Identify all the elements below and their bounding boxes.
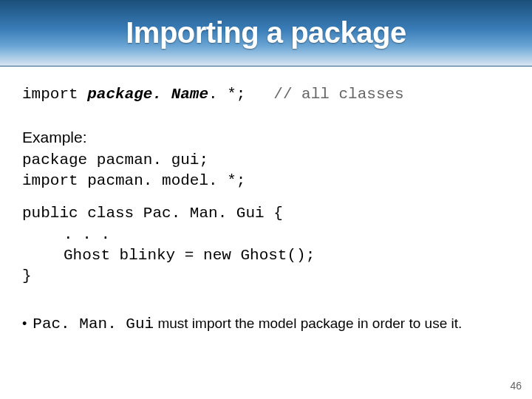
note-code-ref: Pac. Man. Gui — [33, 316, 154, 332]
import-keyword: import — [22, 86, 87, 103]
example-label: Example: — [22, 127, 510, 148]
code-line-5: Ghost blinky = new Ghost(); — [22, 245, 510, 266]
note-text: Pac. Man. Gui must import the model pack… — [33, 314, 462, 335]
wildcard-suffix: . *; — [208, 86, 245, 103]
code-line-3: public class Pac. Man. Gui { — [22, 203, 510, 224]
note-line: • Pac. Man. Gui must import the model pa… — [22, 314, 510, 335]
syntax-line: import package. Name. *; // all classes — [22, 84, 510, 105]
code-example-header: package pacman. gui; import pacman. mode… — [22, 150, 510, 192]
slide-content: import package. Name. *; // all classes … — [0, 66, 532, 335]
slide: Importing a package import package. Name… — [0, 0, 532, 399]
slide-number: 46 — [510, 380, 522, 392]
code-example-class: public class Pac. Man. Gui { . . . Ghost… — [22, 203, 510, 287]
note-rest: must import the model package in order t… — [154, 316, 462, 331]
bullet-icon: • — [22, 315, 27, 332]
spacer — [245, 86, 273, 103]
code-line-2: import pacman. model. *; — [22, 171, 510, 191]
code-line-1: package pacman. gui; — [22, 150, 510, 171]
slide-title: Importing a package — [126, 16, 406, 50]
code-line-6: } — [22, 266, 510, 287]
code-line-4: . . . — [22, 225, 510, 245]
syntax-comment: // all classes — [273, 86, 403, 103]
title-band: Importing a package — [0, 0, 532, 66]
package-name-param: package. Name — [87, 86, 208, 103]
